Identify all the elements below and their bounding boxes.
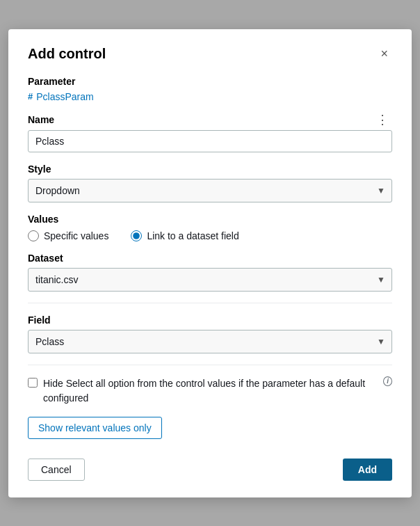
hide-select-all-checkbox[interactable] [28,378,38,388]
field-section: Field Pclass ▼ [28,314,392,353]
parameter-label: Parameter [28,76,392,87]
divider [28,303,392,303]
modal-header: Add control × [28,46,392,62]
modal-footer: Cancel Add [28,459,392,481]
dots-menu-button[interactable]: ⋮ [373,113,392,126]
parameter-value: PclassParam [36,91,93,102]
cancel-button[interactable]: Cancel [28,459,85,481]
field-select[interactable]: Pclass [28,330,392,353]
specific-values-radio[interactable] [28,230,39,241]
divider-2 [28,365,392,365]
dataset-field-label: Link to a dataset field [147,230,239,241]
hide-select-all-text: Hide Select all option from the control … [43,376,375,406]
show-relevant-values-button[interactable]: Show relevant values only [28,417,162,439]
style-select-wrapper: Dropdown ▼ [28,179,392,202]
name-section: Name ⋮ [28,113,392,152]
values-section: Values Specific values Link to a dataset… [28,214,392,241]
dataset-field-radio[interactable] [131,230,142,241]
name-input[interactable] [28,130,392,152]
checkbox-section: Hide Select all option from the control … [28,376,392,406]
add-control-modal: Add control × Parameter # PclassParam Na… [8,29,412,497]
specific-values-option[interactable]: Specific values [28,230,108,241]
field-label: Field [28,314,392,326]
name-row: Name ⋮ [28,113,392,126]
close-button[interactable]: × [376,46,392,61]
field-select-wrapper: Pclass ▼ [28,330,392,353]
modal-overlay: Add control × Parameter # PclassParam Na… [0,0,420,526]
values-label: Values [28,214,392,225]
specific-values-label: Specific values [44,230,108,241]
parameter-link[interactable]: # PclassParam [28,91,392,102]
hash-icon: # [28,91,33,102]
style-select[interactable]: Dropdown [28,179,392,202]
style-label: Style [28,164,392,175]
style-section: Style Dropdown ▼ [28,164,392,202]
dataset-field-option[interactable]: Link to a dataset field [131,230,239,241]
info-icon: i [383,376,392,386]
values-radio-group: Specific values Link to a dataset field [28,230,392,241]
dataset-section: Dataset titanic.csv ▼ [28,253,392,292]
name-label: Name [28,114,54,125]
dataset-select-wrapper: titanic.csv ▼ [28,268,392,292]
dataset-select[interactable]: titanic.csv [28,268,392,292]
add-button[interactable]: Add [343,459,392,481]
dataset-label: Dataset [28,253,392,264]
parameter-section: Parameter # PclassParam [28,76,392,102]
modal-title: Add control [28,46,106,62]
hide-select-all-label[interactable]: Hide Select all option from the control … [28,376,392,406]
